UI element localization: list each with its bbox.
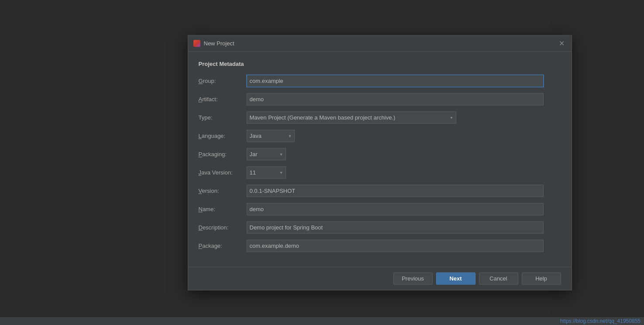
java-version-row: Java Version: 8 11 17 21 (199, 166, 561, 178)
description-label: Description: (199, 224, 247, 231)
language-select[interactable]: Java Kotlin Groovy (247, 130, 295, 142)
package-input[interactable] (247, 239, 544, 252)
java-version-label: Java Version: (199, 169, 247, 176)
group-input[interactable] (247, 75, 544, 87)
url-bar: https://blog.csdn.net/qq_41950855 (0, 317, 644, 325)
url-text: https://blog.csdn.net/qq_41950855 (560, 318, 641, 324)
name-row: Name: (199, 203, 561, 215)
artifact-label: Artifact: (199, 96, 247, 103)
name-label: Name: (199, 206, 247, 212)
language-select-wrapper: Java Kotlin Groovy (247, 130, 295, 142)
dialog-overlay: New Project ✕ Project Metadata Group: Ar… (0, 0, 644, 325)
dialog-footer: Previous Next Cancel Help (188, 267, 572, 290)
dialog-title: New Project (204, 40, 234, 47)
packaging-select[interactable]: Jar War (247, 148, 286, 160)
language-label: Language: (199, 133, 247, 139)
artifact-row: Artifact: (199, 93, 561, 105)
packaging-label: Packaging: (199, 151, 247, 157)
package-row: Package: (199, 239, 561, 252)
dialog-titlebar: New Project ✕ (188, 35, 572, 51)
package-label: Package: (199, 243, 247, 249)
group-label: Group: (199, 78, 247, 84)
type-select-wrapper: Maven Project (Generate a Maven based pr… (247, 111, 456, 123)
cancel-button[interactable]: Cancel (479, 272, 518, 284)
dialog-body: Project Metadata Group: Artifact: Type: (188, 51, 572, 267)
app-icon (193, 40, 200, 47)
artifact-input[interactable] (247, 93, 544, 105)
close-button[interactable]: ✕ (557, 39, 566, 48)
description-row: Description: (199, 221, 561, 233)
type-select[interactable]: Maven Project (Generate a Maven based pr… (247, 111, 456, 123)
description-input[interactable] (247, 221, 544, 233)
next-button[interactable]: Next (436, 272, 475, 284)
previous-button[interactable]: Previous (393, 272, 433, 284)
version-label: Version: (199, 188, 247, 194)
java-version-select-wrapper: 8 11 17 21 (247, 166, 286, 178)
name-input[interactable] (247, 203, 544, 215)
new-project-dialog: New Project ✕ Project Metadata Group: Ar… (188, 35, 572, 290)
packaging-row: Packaging: Jar War (199, 148, 561, 160)
help-button[interactable]: Help (522, 272, 561, 284)
language-row: Language: Java Kotlin Groovy (199, 130, 561, 142)
section-title: Project Metadata (199, 60, 561, 67)
type-row: Type: Maven Project (Generate a Maven ba… (199, 111, 561, 123)
version-input[interactable] (247, 185, 544, 197)
java-version-select[interactable]: 8 11 17 21 (247, 166, 286, 178)
dialog-title-left: New Project (193, 40, 234, 47)
group-row: Group: (199, 75, 561, 87)
version-row: Version: (199, 185, 561, 197)
packaging-select-wrapper: Jar War (247, 148, 286, 160)
type-label: Type: (199, 114, 247, 121)
